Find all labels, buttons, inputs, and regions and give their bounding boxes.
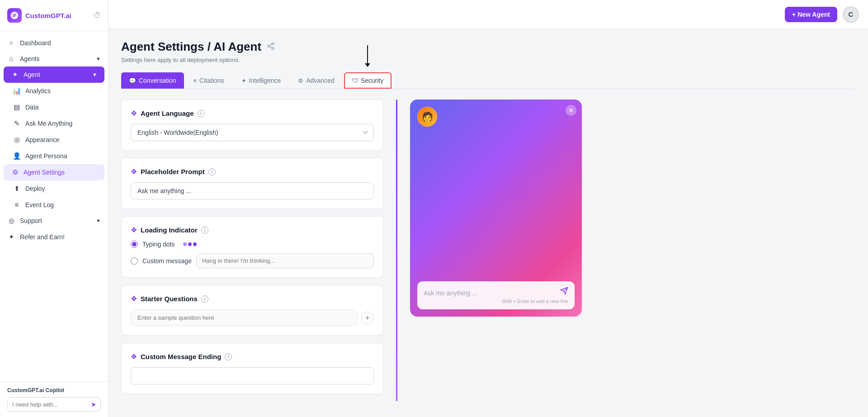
event-log-icon: ≡ xyxy=(13,201,21,208)
settings-icon: ⚙ xyxy=(11,168,19,176)
tab-security-wrapper: 🛡 Security xyxy=(344,72,392,88)
support-icon: ◎ xyxy=(7,217,15,225)
topbar: + New Agent C xyxy=(108,0,868,29)
vertical-divider xyxy=(396,100,397,401)
user-initial: C xyxy=(849,10,854,18)
ask-icon: ✎ xyxy=(13,119,21,128)
copilot-send-icon[interactable]: ➤ xyxy=(91,401,96,408)
placeholder-prompt-input[interactable] xyxy=(131,182,374,199)
info-icon-loading[interactable]: i xyxy=(201,227,208,234)
sidebar-item-label: Agent xyxy=(24,71,40,78)
dashboard-icon: ○ xyxy=(7,39,15,47)
conversation-tab-icon: 💬 xyxy=(129,77,136,84)
agent-language-select[interactable]: English - Worldwide(English) xyxy=(131,124,374,141)
sidebar-item-ask-me-anything[interactable]: ✎ Ask Me Anything xyxy=(5,115,108,132)
tab-security-label: Security xyxy=(361,77,384,84)
info-icon-custom-ending[interactable]: i xyxy=(225,353,232,360)
tab-conversation[interactable]: 💬 Conversation xyxy=(121,72,184,89)
svg-line-4 xyxy=(270,44,272,45)
loading-indicator-section: ❖ Loading Indicator i Typing dots xyxy=(121,216,383,278)
intelligence-tab-icon: ✦ xyxy=(241,77,246,84)
agent-language-section: ❖ Agent Language i English - Worldwide(E… xyxy=(121,100,383,151)
placeholder-prompt-section: ❖ Placeholder Prompt i xyxy=(121,158,383,209)
section-title-loading: Loading Indicator xyxy=(141,226,198,234)
user-avatar-button[interactable]: C xyxy=(843,6,859,23)
chat-send-icon[interactable] xyxy=(560,287,568,297)
sidebar-item-label: Support xyxy=(20,217,42,224)
arrow-head xyxy=(365,63,370,67)
section-header-custom-ending: ❖ Custom Message Ending i xyxy=(131,352,374,361)
new-agent-button[interactable]: + New Agent xyxy=(785,7,837,22)
radio-custom-message[interactable] xyxy=(131,257,138,265)
agents-icon: ⌂ xyxy=(7,55,15,62)
section-icon-starter: ❖ xyxy=(131,294,137,303)
tab-citations[interactable]: ≡ Citations xyxy=(186,72,232,89)
copilot-input[interactable] xyxy=(12,401,88,408)
sidebar-item-agent-settings[interactable]: ⚙ Agent Settings xyxy=(4,164,104,180)
radio-group-loading: Typing dots Custom message xyxy=(131,241,374,268)
add-starter-question-button[interactable]: + xyxy=(361,312,374,324)
tab-security[interactable]: 🛡 Security xyxy=(344,72,392,89)
agent-icon: ✦ xyxy=(11,71,19,79)
settings-layout: ❖ Agent Language i English - Worldwide(E… xyxy=(121,100,855,401)
tab-advanced-label: Advanced xyxy=(306,77,334,84)
tab-conversation-label: Conversation xyxy=(139,77,176,84)
section-header-loading: ❖ Loading Indicator i xyxy=(131,226,374,234)
sidebar-item-agent-persona[interactable]: 👤 Agent Persona xyxy=(5,148,108,164)
tab-intelligence[interactable]: ✦ Intelligence xyxy=(234,72,289,89)
sidebar-item-label: Deploy xyxy=(25,185,45,192)
radio-label-typing-dots: Typing dots xyxy=(142,241,175,248)
sidebar-item-appearance[interactable]: ◎ Appearance xyxy=(5,132,108,148)
share-icon[interactable] xyxy=(267,42,275,52)
sidebar-item-label: Ask Me Anything xyxy=(25,120,72,127)
section-header-starter: ❖ Starter Questions i xyxy=(131,294,374,303)
tab-advanced[interactable]: ⚙ Advanced xyxy=(290,72,342,89)
sidebar-item-support[interactable]: ◎ Support ▼ xyxy=(0,213,108,229)
info-icon-starter[interactable]: i xyxy=(201,295,208,303)
tab-citations-label: Citations xyxy=(199,77,224,84)
sidebar-item-deploy[interactable]: ⬆ Deploy xyxy=(5,180,108,197)
appearance-icon: ◎ xyxy=(13,136,21,144)
radio-typing-dots[interactable] xyxy=(131,241,138,248)
tab-intelligence-label: Intelligence xyxy=(249,77,281,84)
logo-icon xyxy=(7,8,22,23)
sidebar-item-refer-earn[interactable]: ✦ Refer and Earn! xyxy=(0,229,108,245)
sidebar-item-analytics[interactable]: 📊 Analytics xyxy=(5,83,108,99)
chat-close-button[interactable]: ✕ xyxy=(566,105,576,116)
chat-input-row: Ask me anything ... xyxy=(424,287,568,297)
starter-question-input[interactable] xyxy=(131,309,358,326)
chevron-down-icon: ▼ xyxy=(96,56,101,62)
sidebar-item-data[interactable]: ▤ Data xyxy=(5,99,108,115)
sidebar-item-agent[interactable]: ✦ Agent ▼ xyxy=(4,66,104,83)
persona-icon: 👤 xyxy=(13,152,21,160)
main-content: + New Agent C Agent Settings / AI Agent … xyxy=(108,0,868,417)
sidebar-item-label: Agent Persona xyxy=(25,152,67,160)
radio-row-custom-message: Custom message xyxy=(131,253,374,268)
page-content: Agent Settings / AI Agent Settings here … xyxy=(108,29,868,417)
security-tab-icon: 🛡 xyxy=(352,77,358,84)
section-header-language: ❖ Agent Language i xyxy=(131,109,374,118)
sidebar-item-label: Data xyxy=(25,104,39,111)
radio-label-custom-message: Custom message xyxy=(142,257,192,265)
custom-message-input[interactable] xyxy=(196,253,374,268)
chat-input-placeholder: Ask me anything ... xyxy=(424,289,560,297)
info-icon-language[interactable]: i xyxy=(198,110,205,117)
close-icon: ✕ xyxy=(568,107,574,114)
section-icon-placeholder: ❖ xyxy=(131,167,137,176)
arrow-annotation xyxy=(365,45,370,67)
clock-icon[interactable]: ⏱ xyxy=(94,11,101,19)
arrow-line xyxy=(367,45,368,63)
custom-message-ending-input[interactable] xyxy=(131,367,374,384)
info-icon-placeholder[interactable]: i xyxy=(208,168,216,175)
sidebar-item-event-log[interactable]: ≡ Event Log xyxy=(5,197,108,213)
page-header: Agent Settings / AI Agent xyxy=(121,40,855,54)
sidebar-item-agents[interactable]: ⌂ Agents ▼ xyxy=(0,51,108,66)
sidebar-logo: CustomGPT.ai ⏱ xyxy=(0,0,108,31)
sidebar-item-dashboard[interactable]: ○ Dashboard xyxy=(0,35,108,51)
sidebar-item-label: Agent Settings xyxy=(24,169,65,176)
chat-preview: ✕ 🧑 Ask me anything ... xyxy=(410,100,582,317)
sidebar-nav: ○ Dashboard ⌂ Agents ▼ ✦ Agent ▼ 📊 Analy… xyxy=(0,31,108,381)
advanced-tab-icon: ⚙ xyxy=(298,77,303,84)
svg-point-1 xyxy=(268,45,270,47)
sidebar-item-label: Refer and Earn! xyxy=(20,233,65,241)
